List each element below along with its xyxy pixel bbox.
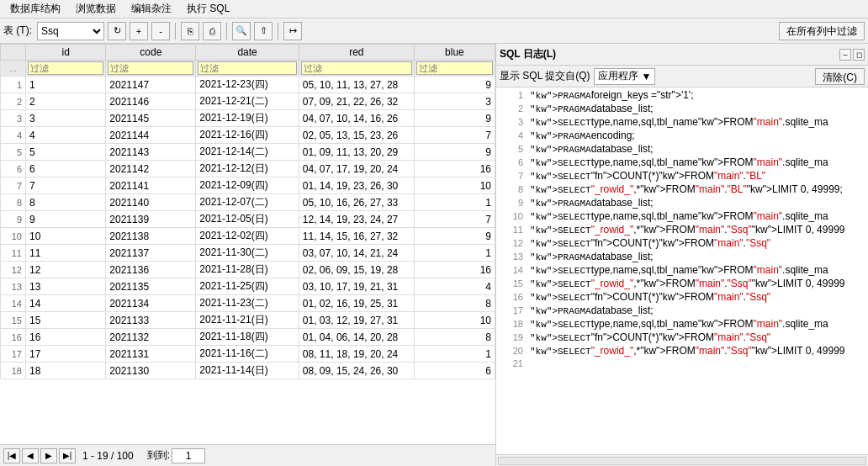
sql-line: 9 "kw">PRAGMA database_list; [496, 197, 868, 210]
cell-id: 8 [26, 194, 106, 211]
sql-line-num: 5 [500, 144, 523, 154]
cell-red: 08, 09, 15, 24, 26, 30 [299, 363, 414, 379]
col-id[interactable]: id [26, 45, 106, 61]
sql-line-num: 17 [500, 305, 523, 315]
cell-blue: 4 [414, 278, 495, 295]
sql-line-num: 13 [500, 252, 523, 262]
sql-line-num: 2 [500, 103, 523, 114]
sql-app-dropdown[interactable]: 应用程序 ▼ [594, 68, 656, 85]
sql-line: 10 "kw">SELECT type,name,sql,tbl_name "k… [496, 210, 868, 224]
sql-line-text: "kw">SELECT [530, 172, 591, 182]
filter-date-input[interactable] [198, 61, 297, 75]
row-num: 15 [1, 312, 26, 329]
sql-log-minimize-btn[interactable]: – [839, 49, 851, 61]
left-panel: id code date red blue … [0, 44, 496, 466]
separator-2 [226, 23, 227, 40]
paste-btn[interactable]: ⎙ [203, 22, 221, 40]
menu-execute-sql[interactable]: 执行 SQL [180, 0, 236, 18]
sql-log-header: SQL 日志(L) – ◻ [496, 44, 868, 66]
cell-date: 2021-12-02(四) [196, 228, 299, 245]
table-row: 3 3 2021145 2021-12-19(日) 04, 07, 10, 14… [1, 110, 495, 127]
sql-dropdown-arrow: ▼ [642, 71, 652, 82]
sql-line: 3 "kw">SELECT type,name,sql,tbl_name "kw… [496, 116, 868, 130]
table-label: 表 (T): [3, 24, 32, 38]
filter-red[interactable] [299, 61, 414, 77]
nav-prev-btn[interactable]: ◀ [22, 448, 39, 463]
filter-red-input[interactable] [301, 61, 412, 75]
menu-browse-data[interactable]: 浏览数据 [69, 0, 123, 18]
sql-content[interactable]: 1 "kw">PRAGMA foreign_keys = "str">'1'; … [496, 87, 868, 454]
menu-edit-pragmas[interactable]: 编辑杂注 [124, 0, 178, 18]
sql-line-num: 7 [500, 171, 523, 181]
sql-line-num: 21 [500, 358, 523, 368]
col-code[interactable]: code [106, 45, 196, 61]
table-select[interactable]: Ssq [37, 22, 104, 40]
nav-last-btn[interactable]: ▶| [59, 448, 76, 463]
sql-clear-btn[interactable]: 清除(C) [815, 68, 865, 85]
cell-id: 18 [26, 363, 106, 379]
cell-code: 2021135 [106, 278, 196, 295]
cell-blue: 3 [414, 93, 495, 110]
sql-line-num: 15 [500, 278, 523, 289]
nav-bar: |◀ ◀ ▶ ▶| 1 - 19 / 100 到到: [0, 444, 495, 466]
sql-line: 13 "kw">PRAGMA database_list; [496, 251, 868, 264]
col-date[interactable]: date [196, 45, 299, 61]
cell-blue: 9 [414, 77, 495, 93]
cell-id: 13 [26, 278, 106, 295]
col-red[interactable]: red [299, 45, 414, 61]
cell-id: 6 [26, 161, 106, 177]
cell-date: 2021-11-14(日) [196, 363, 299, 379]
sql-line: 7 "kw">SELECT "fn">COUNT(*) "kw">FROM "m… [496, 170, 868, 183]
sql-line-num: 19 [500, 332, 523, 342]
cell-date: 2021-12-07(二) [196, 194, 299, 211]
table-row: 12 12 2021136 2021-11-28(日) 02, 06, 09, … [1, 262, 495, 278]
table-container[interactable]: id code date red blue … [0, 44, 495, 444]
filter-id-input[interactable] [28, 61, 103, 75]
sql-line-text: "kw">SELECT [530, 239, 591, 249]
delete-record-btn[interactable]: - [151, 22, 170, 40]
filter-btn-icon[interactable]: 🔍 [232, 22, 251, 40]
sql-hscrollbar[interactable] [496, 454, 868, 466]
sql-line: 4 "kw">PRAGMA encoding; [496, 130, 868, 143]
cell-date: 2021-11-30(二) [196, 245, 299, 262]
table-row: 8 8 2021140 2021-12-07(二) 05, 10, 16, 26… [1, 194, 495, 211]
export-btn[interactable]: ⇧ [254, 22, 273, 40]
right-panel: SQL 日志(L) – ◻ 显示 SQL 提交自(Q) 应用程序 ▼ 清除(C)… [496, 44, 868, 466]
cell-code: 2021131 [106, 346, 196, 363]
sql-line: 1 "kw">PRAGMA foreign_keys = "str">'1'; [496, 89, 868, 103]
cell-red: 02, 06, 09, 15, 19, 28 [299, 262, 414, 278]
sql-line-text: "kw">PRAGMA [530, 104, 591, 114]
cell-id: 14 [26, 295, 106, 312]
cell-red: 05, 10, 16, 26, 27, 33 [299, 194, 414, 211]
filter-blue-input[interactable] [416, 61, 493, 75]
col-blue[interactable]: blue [414, 45, 495, 61]
nav-next-btn[interactable]: ▶ [40, 448, 57, 463]
move-btn[interactable]: ↦ [283, 22, 302, 40]
filter-code[interactable] [106, 61, 196, 77]
cell-blue: 8 [414, 329, 495, 346]
cell-red: 03, 07, 10, 14, 21, 24 [299, 245, 414, 262]
filter-date[interactable] [196, 61, 299, 77]
row-num: 2 [1, 93, 26, 110]
cell-red: 05, 10, 11, 13, 27, 28 [299, 77, 414, 93]
filter-code-input[interactable] [108, 61, 193, 75]
cell-code: 2021133 [106, 312, 196, 329]
new-record-btn[interactable]: + [130, 22, 148, 40]
menu-database-structure[interactable]: 数据库结构 [3, 0, 67, 18]
sql-line: 11 "kw">SELECT "_rowid_",* "kw">FROM "ma… [496, 224, 868, 237]
sql-line: 19 "kw">SELECT "fn">COUNT(*) "kw">FROM "… [496, 331, 868, 345]
cell-id: 4 [26, 127, 106, 144]
sql-line: 15 "kw">SELECT "_rowid_",* "kw">FROM "ma… [496, 278, 868, 291]
filter-all-cols-btn[interactable]: 在所有列中过滤 [779, 22, 865, 40]
nav-first-btn[interactable]: |◀ [3, 448, 20, 463]
filter-id[interactable] [26, 61, 106, 77]
refresh-btn[interactable]: ↻ [108, 22, 126, 40]
copy-btn[interactable]: ⎘ [181, 22, 199, 40]
cell-date: 2021-12-23(四) [196, 77, 299, 93]
nav-goto-input[interactable] [172, 448, 205, 463]
sql-line: 6 "kw">SELECT type,name,sql,tbl_name "kw… [496, 156, 868, 170]
sql-log-restore-btn[interactable]: ◻ [853, 49, 865, 61]
sql-line-num: 18 [500, 319, 523, 329]
filter-blue[interactable] [414, 61, 495, 77]
row-num: 5 [1, 144, 26, 161]
